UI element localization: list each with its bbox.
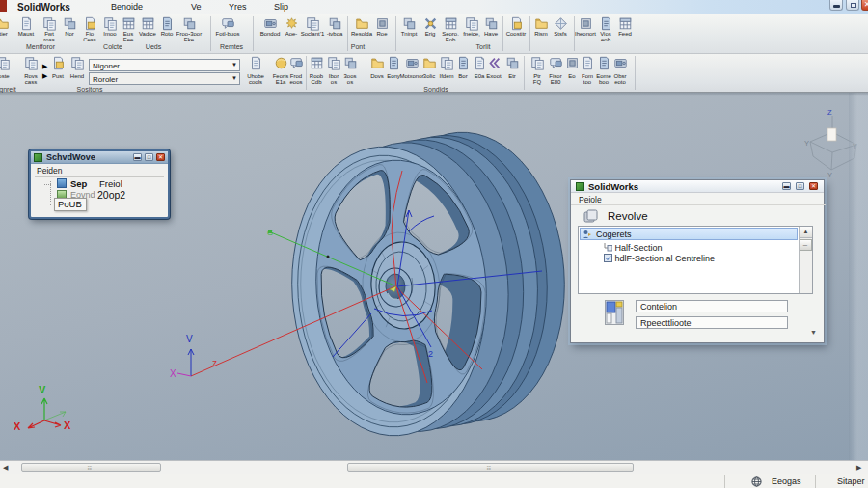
svg-text:2: 2	[428, 349, 433, 359]
svg-text:Y: Y	[827, 171, 832, 179]
svg-text:z: z	[212, 358, 217, 368]
svg-text:X: X	[14, 420, 21, 432]
svg-text:Y: Y	[804, 139, 809, 148]
svg-text:G: G	[267, 229, 273, 237]
svg-text:X: X	[170, 368, 176, 379]
svg-text:X: X	[64, 420, 71, 431]
svg-text:V: V	[39, 384, 46, 395]
svg-text:V: V	[186, 334, 193, 344]
svg-text:Z: Z	[827, 108, 832, 117]
